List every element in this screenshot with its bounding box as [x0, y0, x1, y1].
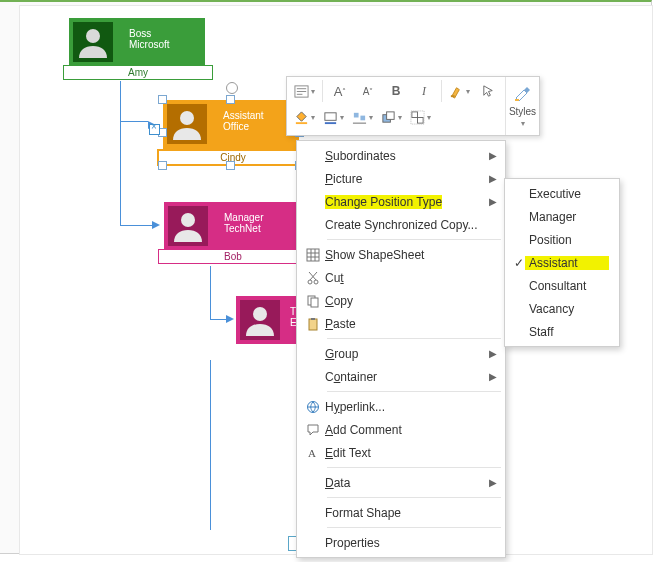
position-type-consultant[interactable]: Consultant: [505, 274, 619, 297]
menu-item-picture[interactable]: Picture▶: [297, 167, 505, 190]
menu-item-label: Container: [325, 370, 483, 384]
position-company: Microsoft: [129, 39, 170, 50]
svg-rect-13: [412, 111, 418, 117]
svg-rect-6: [296, 122, 307, 124]
font-grow-button[interactable]: A˄: [327, 80, 353, 102]
menu-item-label: Add Comment: [325, 423, 497, 437]
svg-point-3: [253, 307, 267, 321]
cut-icon: [301, 271, 325, 285]
person-avatar-icon: [240, 300, 280, 340]
svg-text:A: A: [308, 447, 316, 459]
menu-item-label: Group: [325, 347, 483, 361]
connector: [120, 225, 152, 226]
svg-rect-8: [325, 122, 336, 124]
svg-rect-14: [418, 117, 424, 123]
shapesheet-icon: [301, 248, 325, 262]
submenu-item-label: Consultant: [529, 279, 609, 293]
org-shape-labels: Assistant Office: [223, 110, 264, 132]
resize-handle[interactable]: [226, 161, 235, 170]
position-type-assistant[interactable]: ✓Assistant: [505, 251, 619, 274]
position-type-vacancy[interactable]: Vacancy: [505, 297, 619, 320]
org-shape-manager[interactable]: Manager TechNet Bob: [164, 202, 300, 250]
svg-rect-16: [515, 99, 519, 101]
line-color-button[interactable]: [320, 106, 347, 128]
menu-item-hyperlink[interactable]: Hyperlink...: [297, 395, 505, 418]
svg-rect-10: [360, 115, 365, 120]
position-title: Manager: [224, 212, 263, 223]
font-shrink-button[interactable]: A˅: [355, 80, 381, 102]
org-shape-assistant[interactable]: Assistant Office Cindy: [163, 100, 299, 150]
styles-label: Styles: [509, 106, 536, 117]
menu-item-label: Picture: [325, 172, 483, 186]
menu-item-edittext[interactable]: AEdit Text: [297, 441, 505, 464]
menu-item-label: Hyperlink...: [325, 400, 497, 414]
connector: [210, 266, 211, 320]
format-painter-button[interactable]: [446, 80, 473, 102]
menu-item-data[interactable]: Data▶: [297, 471, 505, 494]
menu-item-paste[interactable]: Paste: [297, 312, 505, 335]
submenu-item-label: Assistant: [525, 256, 609, 270]
position-title: Assistant: [223, 110, 264, 121]
menu-item-addcomment[interactable]: Add Comment: [297, 418, 505, 441]
menu-item-properties[interactable]: Properties: [297, 531, 505, 554]
org-shape-labels: Boss Microsoft: [129, 28, 170, 50]
fill-color-button[interactable]: [291, 106, 318, 128]
position-title: Boss: [129, 28, 170, 39]
menu-item-subordinates[interactable]: Subordinates▶: [297, 144, 505, 167]
menu-item-formatshape[interactable]: Format Shape: [297, 501, 505, 524]
svg-point-2: [181, 213, 195, 227]
submenu-item-label: Staff: [529, 325, 609, 339]
name-plate: Amy: [63, 65, 213, 80]
group-button[interactable]: [407, 106, 434, 128]
pointer-tool-button[interactable]: [475, 80, 501, 102]
connector-arrow: [226, 315, 234, 323]
chevron-down-icon: ▾: [521, 119, 525, 128]
submenu-arrow-icon: ▶: [489, 196, 497, 207]
connector-arrow: [152, 221, 160, 229]
resize-handle[interactable]: [158, 95, 167, 104]
menu-item-group[interactable]: Group▶: [297, 342, 505, 365]
menu-separator: [327, 338, 501, 339]
svg-rect-12: [387, 111, 395, 119]
position-type-position[interactable]: Position: [505, 228, 619, 251]
submenu-arrow-icon: ▶: [489, 173, 497, 184]
menu-item-label: Edit Text: [325, 446, 497, 460]
menu-item-sync[interactable]: Create Synchronized Copy...: [297, 213, 505, 236]
resize-handle[interactable]: [158, 161, 167, 170]
menu-separator: [327, 497, 501, 498]
styles-button[interactable]: Styles ▾: [505, 77, 539, 135]
connection-point-icon[interactable]: [149, 124, 160, 135]
menu-item-cut[interactable]: Cut: [297, 266, 505, 289]
svg-point-1: [180, 111, 194, 125]
connector: [120, 121, 148, 122]
hyperlink-icon: [301, 400, 325, 414]
resize-handle[interactable]: [226, 95, 235, 104]
separator: [441, 80, 442, 102]
rotation-handle-icon[interactable]: [226, 82, 238, 94]
submenu-item-label: Manager: [529, 210, 609, 224]
position-type-manager[interactable]: Manager: [505, 205, 619, 228]
copy-icon: [301, 294, 325, 308]
submenu-arrow-icon: ▶: [489, 477, 497, 488]
bold-button[interactable]: B: [383, 80, 409, 102]
menu-item-copy[interactable]: Copy: [297, 289, 505, 312]
menu-item-shapesheet[interactable]: Show ShapeSheet: [297, 243, 505, 266]
menu-item-changepos[interactable]: Change Position Type▶: [297, 190, 505, 213]
person-avatar-icon: [168, 206, 208, 246]
connector: [210, 360, 211, 530]
svg-rect-17: [307, 249, 319, 261]
text-block-button[interactable]: [291, 80, 318, 102]
menu-item-container[interactable]: Container▶: [297, 365, 505, 388]
menu-separator: [327, 467, 501, 468]
svg-point-18: [308, 280, 312, 284]
italic-button[interactable]: I: [411, 80, 437, 102]
menu-item-label: Subordinates: [325, 149, 483, 163]
position-type-staff[interactable]: Staff: [505, 320, 619, 343]
org-shape-boss[interactable]: Boss Microsoft Amy: [69, 18, 205, 66]
position-type-executive[interactable]: Executive: [505, 182, 619, 205]
align-button[interactable]: [349, 106, 376, 128]
menu-item-label: Format Shape: [325, 506, 497, 520]
bring-front-button[interactable]: [378, 106, 405, 128]
svg-point-19: [314, 280, 318, 284]
styles-icon: [513, 84, 533, 104]
